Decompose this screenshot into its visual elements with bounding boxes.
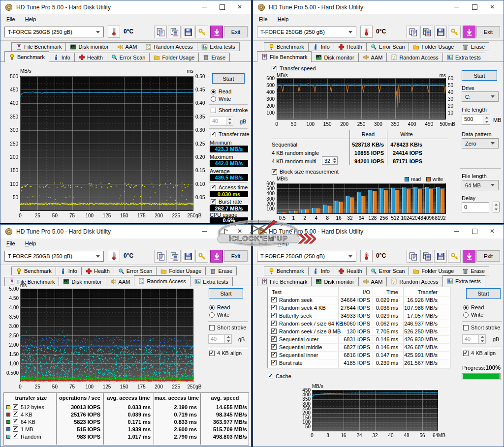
tab-extra-tests[interactable]: Extra tests <box>442 53 485 62</box>
series-checkbox[interactable] <box>13 404 18 410</box>
tab-erase[interactable]: Erase <box>198 53 230 62</box>
test-checkbox-box[interactable] <box>271 313 277 318</box>
short-stroke-spinner[interactable]: 40 <box>208 334 232 344</box>
exit-button[interactable]: Exit <box>476 250 500 262</box>
series-checkbox[interactable] <box>13 426 18 432</box>
test-checkbox-box[interactable] <box>271 344 277 350</box>
tab-random-access[interactable]: Random Access <box>141 42 197 51</box>
write-radio-circle[interactable] <box>463 312 469 318</box>
short-stroke-checkbox-box[interactable] <box>463 325 469 330</box>
toolbar-button-save[interactable] <box>182 250 194 263</box>
file-length-spinner[interactable]: 500 <box>462 115 490 125</box>
multi-queue-spinner-up[interactable] <box>332 157 337 161</box>
test-checkbox[interactable] <box>271 305 277 310</box>
exit-button[interactable]: Exit <box>476 26 500 37</box>
tab-file-benchmark[interactable]: File Benchmark <box>257 277 312 286</box>
tab-aam[interactable]: AAM <box>113 42 142 51</box>
menu-item-file[interactable]: File <box>4 240 17 247</box>
read-radio[interactable]: Read <box>211 89 231 94</box>
test-checkbox[interactable] <box>271 336 277 342</box>
short-stroke-spinner-arrows[interactable] <box>224 335 231 343</box>
toolbar-button-save[interactable] <box>434 26 447 38</box>
tab-folder-usage[interactable]: Folder Usage <box>156 267 206 275</box>
tab-folder-usage[interactable]: Folder Usage <box>149 53 199 62</box>
delay-arrows[interactable] <box>493 202 499 212</box>
tab-erase[interactable]: Erase <box>458 267 489 275</box>
start-button[interactable]: Start <box>209 288 243 298</box>
tab-erase[interactable]: Erase <box>458 42 489 51</box>
test-checkbox[interactable] <box>271 313 277 318</box>
test-checkbox-box[interactable] <box>271 321 277 326</box>
test-checkbox-box[interactable] <box>271 305 277 310</box>
series-checkbox[interactable] <box>13 412 18 417</box>
short-stroke-checkbox-box[interactable] <box>209 325 215 330</box>
tab-error-scan[interactable]: Error Scan <box>107 53 150 62</box>
toolbar-button-download[interactable] <box>210 26 223 38</box>
menu-item-file[interactable]: File <box>257 240 270 247</box>
read-radio[interactable]: Read <box>209 304 230 310</box>
toolbar-button-download[interactable] <box>210 250 223 263</box>
tab-health[interactable]: Health <box>334 267 367 275</box>
window-control-maximize[interactable] <box>214 0 230 13</box>
read-radio-circle[interactable] <box>209 305 215 310</box>
file-length-spinner-arrows[interactable] <box>483 115 490 124</box>
short-stroke-spinner-down[interactable] <box>226 121 233 126</box>
transfer-rate-checkbox-box[interactable] <box>211 132 216 137</box>
test-checkbox[interactable] <box>271 297 277 302</box>
write-radio[interactable]: Write <box>209 312 229 318</box>
tab-aam[interactable]: AAM <box>358 277 387 286</box>
tab-benchmark[interactable]: Benchmark <box>264 267 309 275</box>
access-time-checkbox[interactable]: Access time <box>211 184 248 190</box>
tab-error-scan[interactable]: Error Scan <box>366 42 410 51</box>
start-button[interactable]: Start <box>466 288 501 299</box>
window-control-close[interactable]: ✕ <box>231 225 248 238</box>
toolbar-button-download[interactable] <box>463 26 475 38</box>
cache-checkbox[interactable]: Cache <box>268 373 291 379</box>
window-control-maximize[interactable] <box>466 0 483 13</box>
transfer-speed-checkbox-box[interactable] <box>272 66 277 71</box>
toolbar-button-copy-image[interactable] <box>168 250 181 263</box>
toolbar-button-copy-text[interactable] <box>407 26 419 38</box>
tab-info[interactable]: Info <box>56 267 82 275</box>
tab-info[interactable]: Info <box>308 267 334 275</box>
toolbar-button-options[interactable] <box>448 250 461 263</box>
align-checkbox[interactable]: 4 KB align <box>463 350 496 356</box>
window-control-close[interactable]: ✕ <box>484 225 501 238</box>
file-length-spinner-down[interactable] <box>483 120 490 125</box>
write-radio[interactable]: Write <box>463 312 483 318</box>
tab-health[interactable]: Health <box>334 42 367 51</box>
multi-queue-spinner[interactable]: 32 <box>322 156 338 165</box>
toolbar-button-copy-image[interactable] <box>420 26 433 38</box>
target-drive-select[interactable]: C: <box>462 91 499 102</box>
read-radio[interactable]: Read <box>463 304 484 310</box>
multi-queue-spinner-arrows[interactable] <box>332 157 337 164</box>
tab-disk-monitor[interactable]: Disk monitor <box>311 53 358 62</box>
window-control-maximize[interactable] <box>466 225 483 238</box>
tab-random-access[interactable]: Random Access <box>386 53 442 62</box>
tab-file-benchmark[interactable]: File Benchmark <box>257 51 312 62</box>
short-stroke-checkbox-box[interactable] <box>211 108 216 113</box>
short-stroke-spinner-up[interactable] <box>226 117 233 121</box>
exit-button[interactable]: Exit <box>224 26 248 37</box>
window-control-maximize[interactable] <box>214 225 230 238</box>
drive-select[interactable]: T-FORCE 250GB (250 gB) <box>4 251 104 262</box>
read-radio-circle[interactable] <box>211 89 216 94</box>
align-checkbox-box[interactable] <box>463 351 469 356</box>
test-checkbox[interactable] <box>271 321 277 326</box>
menu-item-help[interactable]: Help <box>23 240 38 247</box>
series-checkbox-box[interactable] <box>13 426 18 432</box>
toolbar-button-options[interactable] <box>195 26 208 38</box>
short-stroke-spinner-up[interactable] <box>225 335 231 339</box>
short-stroke-checkbox[interactable]: Short stroke <box>463 325 500 330</box>
delay-spinner-buttons[interactable] <box>493 202 500 212</box>
delay-down[interactable] <box>493 207 499 212</box>
short-stroke-checkbox[interactable]: Short stroke <box>209 325 246 330</box>
test-checkbox[interactable] <box>271 344 277 350</box>
test-checkbox[interactable] <box>271 360 277 365</box>
tab-error-scan[interactable]: Error Scan <box>366 267 410 275</box>
exit-button[interactable]: Exit <box>224 250 248 262</box>
toolbar-button-download[interactable] <box>463 250 475 263</box>
block-file-length-select[interactable]: 64 MB <box>462 180 499 190</box>
tab-disk-monitor[interactable]: Disk monitor <box>311 277 358 286</box>
transfer-rate-checkbox[interactable]: Transfer rate <box>211 131 250 137</box>
